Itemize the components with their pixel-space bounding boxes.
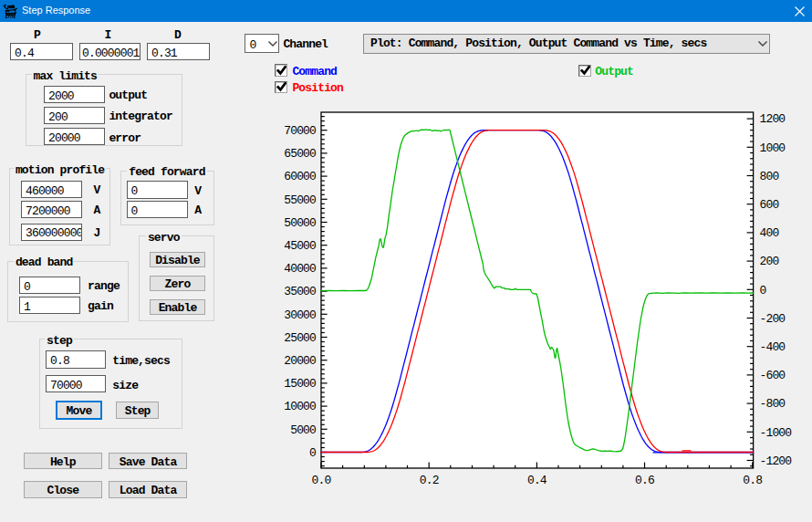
svg-text:25000: 25000: [284, 331, 316, 345]
svg-text:-200: -200: [760, 312, 786, 326]
svg-text:1000: 1000: [760, 141, 786, 155]
svg-text:400: 400: [760, 226, 779, 240]
svg-text:0.2: 0.2: [420, 474, 439, 487]
svg-text:70000: 70000: [284, 124, 316, 138]
svg-text:55000: 55000: [284, 193, 316, 207]
svg-text:30000: 30000: [284, 308, 316, 322]
svg-text:0.0: 0.0: [312, 474, 331, 487]
svg-text:0.8: 0.8: [743, 474, 762, 487]
svg-text:-1000: -1000: [760, 426, 792, 440]
svg-text:200: 200: [760, 255, 779, 268]
svg-text:5000: 5000: [290, 423, 316, 437]
svg-text:-600: -600: [760, 369, 786, 382]
svg-text:0: 0: [760, 284, 766, 298]
svg-text:600: 600: [760, 198, 779, 212]
svg-text:15000: 15000: [284, 377, 316, 391]
svg-text:800: 800: [760, 170, 779, 183]
svg-text:-1200: -1200: [760, 454, 792, 468]
svg-text:20000: 20000: [284, 354, 316, 368]
svg-text:-800: -800: [760, 397, 786, 411]
svg-text:40000: 40000: [284, 262, 316, 276]
svg-text:45000: 45000: [284, 239, 316, 253]
svg-text:65000: 65000: [284, 147, 316, 161]
svg-text:0.6: 0.6: [635, 474, 654, 487]
svg-text:50000: 50000: [284, 216, 316, 230]
svg-text:10000: 10000: [284, 400, 316, 413]
svg-text:-400: -400: [760, 340, 786, 354]
svg-text:0: 0: [309, 446, 316, 460]
svg-text:0.4: 0.4: [527, 474, 547, 487]
svg-text:35000: 35000: [284, 285, 316, 298]
svg-text:1200: 1200: [760, 112, 786, 126]
svg-text:60000: 60000: [284, 170, 316, 183]
